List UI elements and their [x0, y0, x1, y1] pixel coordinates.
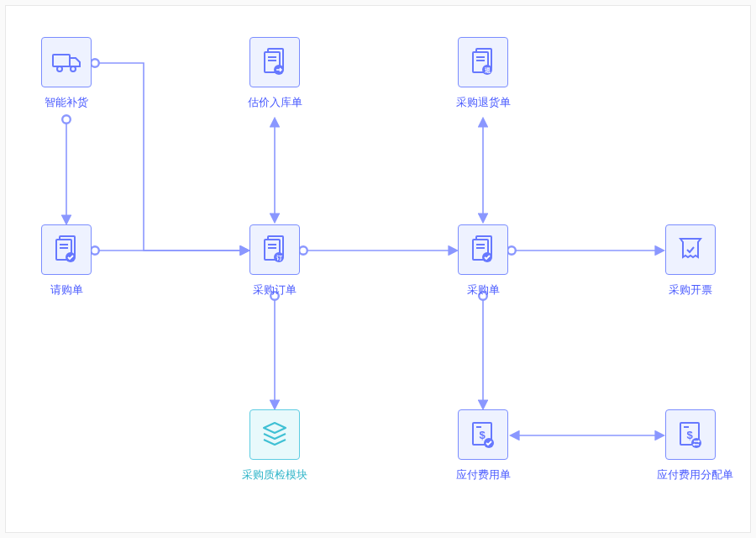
node-smart-restock[interactable]: 智能补货 [33, 37, 100, 110]
svg-text:$: $ [479, 429, 486, 441]
node-purchase-order[interactable]: 订 采购订单 [241, 224, 308, 298]
svg-rect-10 [53, 55, 70, 66]
document-arrow-icon [249, 37, 300, 87]
node-label: 采购订单 [241, 283, 308, 298]
svg-point-12 [71, 66, 76, 71]
node-label: 请购单 [33, 283, 100, 298]
invoice-icon [665, 224, 716, 275]
node-label: 采购单 [449, 283, 517, 298]
node-label: 采购开票 [657, 283, 724, 298]
node-label: 采购退货单 [449, 96, 517, 110]
document-check-icon [458, 224, 508, 275]
svg-text:$: $ [686, 429, 693, 441]
node-valuation-inbound[interactable]: 估价入库单 [241, 37, 308, 110]
svg-point-47 [691, 438, 701, 448]
node-qc-module[interactable]: 采购质检模块 [241, 409, 308, 483]
diagram-canvas: 智能补货 估价入库单 退 采购退货单 请购单 订 采购订单 采购单 [5, 5, 751, 533]
node-label: 采购质检模块 [241, 468, 308, 483]
connectors [6, 6, 750, 532]
truck-icon [41, 37, 92, 87]
svg-text:退: 退 [484, 66, 491, 73]
document-order-icon: 订 [249, 224, 300, 275]
node-purchase-receipt[interactable]: 采购单 [449, 224, 517, 298]
node-label: 估价入库单 [241, 96, 308, 110]
document-check-icon [41, 224, 92, 275]
node-purchase-invoice[interactable]: 采购开票 [657, 224, 724, 298]
document-return-icon: 退 [458, 37, 508, 87]
money-check-icon: $ [458, 409, 508, 460]
node-label: 应付费用单 [449, 468, 517, 483]
money-swap-icon: $ [665, 409, 716, 460]
node-payable-expense[interactable]: $ 应付费用单 [449, 409, 517, 483]
node-purchase-return[interactable]: 退 采购退货单 [449, 37, 517, 110]
node-label: 智能补货 [33, 96, 100, 110]
node-purchase-request[interactable]: 请购单 [33, 224, 100, 298]
stack-icon [249, 409, 300, 460]
node-payable-expense-alloc[interactable]: $ 应付费用分配单 [657, 409, 724, 483]
node-label: 应付费用分配单 [657, 468, 724, 483]
svg-text:订: 订 [276, 255, 282, 261]
svg-point-11 [57, 66, 62, 71]
